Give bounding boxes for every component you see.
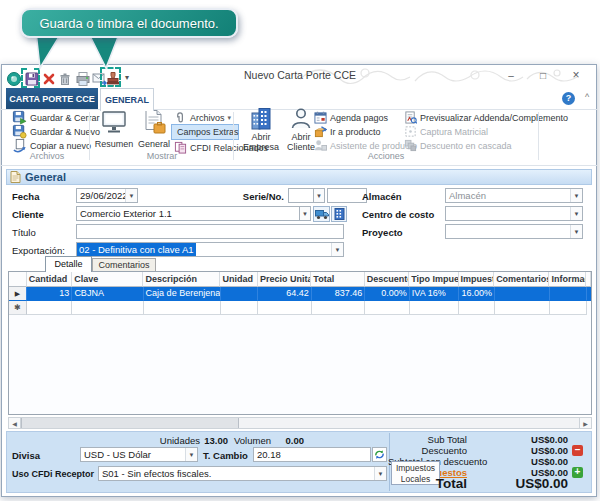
- new-cell[interactable]: [459, 301, 495, 315]
- titulo-input[interactable]: [76, 224, 344, 239]
- new-cell[interactable]: [312, 301, 365, 315]
- new-cell[interactable]: [144, 301, 221, 315]
- cell-descripcion[interactable]: Caja de Berenjenas: [144, 287, 221, 301]
- guardar-nuevo-button[interactable]: Guardar & Nuevo: [12, 125, 100, 138]
- tcambio-input[interactable]: [253, 447, 371, 462]
- exportacion-combo[interactable]: 02 - Definitiva con clave A1 ▼: [76, 242, 344, 257]
- print-icon[interactable]: [75, 71, 91, 87]
- numero-input[interactable]: [327, 188, 367, 203]
- previsualizar-addenda-button[interactable]: Previsualizar Addenda/Complemento: [404, 111, 568, 124]
- qat-more-icon[interactable]: ▾: [125, 73, 129, 82]
- grid-row-selected[interactable]: ▶ 13 CBJNA Caja de Berenjenas 64.42 837.…: [9, 287, 591, 301]
- scroll-track[interactable]: [239, 418, 579, 428]
- cell-informacion[interactable]: [550, 287, 587, 301]
- new-cell[interactable]: [365, 301, 410, 315]
- almacen-value: Almacén: [446, 189, 570, 202]
- centro-costo-caret-icon[interactable]: ▼: [570, 207, 582, 220]
- impuestos-plus-icon[interactable]: +: [572, 467, 583, 478]
- col-total[interactable]: Total: [311, 272, 364, 287]
- maximize-button[interactable]: □: [529, 66, 557, 84]
- col-clave[interactable]: Clave: [72, 272, 143, 287]
- fecha-caret-icon[interactable]: ▼: [125, 189, 137, 202]
- fecha-combo[interactable]: 29/06/2022 ▼: [76, 188, 138, 203]
- exportacion-caret-icon[interactable]: ▼: [331, 243, 343, 256]
- col-unidad[interactable]: Unidad: [220, 272, 258, 287]
- general-view-button[interactable]: General: [136, 109, 172, 151]
- col-cantidad[interactable]: Cantidad: [27, 272, 72, 287]
- resumen-button[interactable]: Resumen: [94, 109, 134, 151]
- ir-a-producto-button[interactable]: Ir a producto: [314, 125, 381, 138]
- col-tipo-impuesto[interactable]: Tipo Impuesto: [409, 272, 458, 287]
- col-descripcion[interactable]: Descripción: [143, 272, 220, 287]
- scroll-thumb[interactable]: [21, 418, 239, 428]
- cell-precio-unitario[interactable]: 64.42: [258, 287, 311, 301]
- close-button[interactable]: ×: [561, 66, 591, 84]
- cell-total[interactable]: 837.46: [312, 287, 365, 301]
- divisa-combo[interactable]: USD - US Dólar ▼: [80, 447, 198, 462]
- tab-carta-porte-cce[interactable]: CARTA PORTE CCE: [6, 88, 98, 110]
- cell-clave[interactable]: CBJNA: [72, 287, 143, 301]
- guardar-cerrar-button[interactable]: Guardar & Cerrar: [12, 111, 100, 124]
- scroll-right-button[interactable]: ▶: [579, 418, 591, 428]
- uso-cfdi-combo[interactable]: S01 - Sin efectos fiscales. ▼: [98, 466, 387, 481]
- cancel-icon[interactable]: [42, 72, 56, 86]
- tcambio-exchange-button[interactable]: [372, 447, 387, 462]
- cell-unidad[interactable]: [221, 287, 259, 301]
- ribbon-separator: [89, 112, 90, 160]
- col-comentarios[interactable]: Comentarios: [494, 272, 549, 287]
- new-cell[interactable]: [72, 301, 143, 315]
- proyecto-combo[interactable]: ▼: [445, 224, 583, 239]
- serie-caret-icon[interactable]: ▼: [313, 188, 325, 203]
- titulo-label: Título: [12, 225, 36, 240]
- cliente-empresa-button[interactable]: [331, 206, 347, 222]
- minimize-button[interactable]: –: [497, 66, 525, 84]
- centro-costo-label: Centro de costo: [362, 207, 434, 222]
- centro-costo-combo[interactable]: ▼: [445, 206, 583, 221]
- cell-descuento[interactable]: 0.00%: [365, 287, 410, 301]
- tab-detalle[interactable]: Detalle: [45, 256, 92, 272]
- new-cell[interactable]: [550, 301, 587, 315]
- almacen-caret-icon[interactable]: ▼: [570, 189, 582, 202]
- divisa-caret-icon[interactable]: ▼: [185, 448, 197, 461]
- agenda-pagos-button[interactable]: Agenda pagos: [314, 111, 388, 124]
- grid-hscrollbar[interactable]: ◀ ▶: [8, 417, 592, 429]
- new-cell[interactable]: [258, 301, 311, 315]
- campos-extras-button[interactable]: Campos Extras: [171, 124, 239, 140]
- tab-general[interactable]: GENERAL: [100, 88, 154, 111]
- resumen-label: Resumen: [94, 140, 134, 150]
- new-cell[interactable]: [410, 301, 459, 315]
- cell-tipo-impuesto[interactable]: IVA 16%: [410, 287, 459, 301]
- preview-icon[interactable]: [6, 71, 22, 87]
- scroll-left-button[interactable]: ◀: [9, 418, 21, 428]
- agenda-pagos-label: Agenda pagos: [330, 113, 388, 123]
- col-informacion[interactable]: Información: [549, 272, 586, 287]
- delete-icon[interactable]: [58, 72, 72, 86]
- new-cell[interactable]: [221, 301, 259, 315]
- divisa-label: Divisa: [12, 448, 40, 463]
- row-filler: [587, 301, 591, 315]
- grid-row-new[interactable]: ✱: [9, 301, 591, 315]
- uso-cfdi-caret-icon[interactable]: ▼: [374, 467, 386, 480]
- abrir-empresa-button[interactable]: Abrir Empresa: [240, 107, 282, 153]
- collapse-ribbon-button[interactable]: ^: [581, 92, 593, 105]
- tab-comentarios[interactable]: Comentarios: [92, 258, 156, 272]
- almacen-combo[interactable]: Almacén ▼: [445, 188, 583, 203]
- cliente-truck-button[interactable]: [313, 206, 330, 222]
- captura-matricial-icon: [404, 125, 417, 138]
- cell-cantidad[interactable]: 13: [27, 287, 73, 301]
- cliente-caret-icon[interactable]: ▼: [299, 206, 311, 221]
- cell-impuesto[interactable]: 16.00%: [459, 287, 495, 301]
- proyecto-caret-icon[interactable]: ▼: [570, 225, 582, 238]
- descuento-minus-icon[interactable]: –: [572, 445, 583, 456]
- col-descuento[interactable]: Descuento: [365, 272, 409, 287]
- col-precio-unitario[interactable]: Precio Unitario: [258, 272, 311, 287]
- cell-comentarios[interactable]: [495, 287, 550, 301]
- archivos-menu-button[interactable]: Archivos ▾: [174, 111, 231, 124]
- new-cell[interactable]: [27, 301, 73, 315]
- help-button[interactable]: ?: [562, 92, 575, 105]
- cliente-input[interactable]: [76, 206, 300, 221]
- serie-input[interactable]: [288, 188, 314, 203]
- group-label-mostrar: Mostrar: [92, 151, 232, 161]
- col-impuesto[interactable]: Impuesto: [459, 272, 495, 287]
- new-cell[interactable]: [495, 301, 550, 315]
